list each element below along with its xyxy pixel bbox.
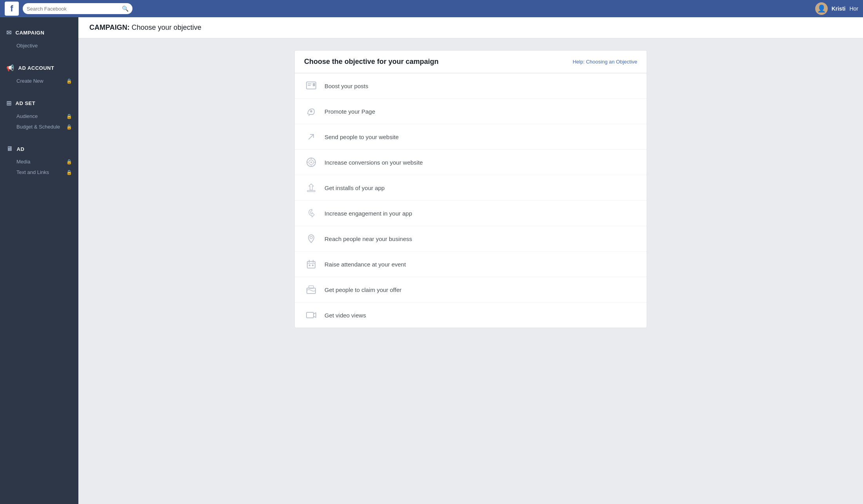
text-links-label: Text and Links <box>16 169 49 175</box>
objective-item-boost-posts[interactable]: Boost your posts <box>295 73 647 99</box>
nav-more: Hor <box>849 5 858 12</box>
lock-icon-budget: 🔒 <box>66 124 72 130</box>
sidebar-section-header-ad-account: 📢 AD ACCOUNT <box>0 60 78 76</box>
sidebar-item-audience[interactable]: Audience 🔒 <box>0 111 78 121</box>
svg-rect-2 <box>308 85 311 86</box>
video-views-label: Get video views <box>325 312 366 319</box>
media-label: Media <box>16 159 30 165</box>
app-engagement-icon <box>304 206 318 220</box>
objective-item-raise-attendance[interactable]: Raise attendance at your event <box>295 252 647 277</box>
svg-rect-3 <box>313 83 315 86</box>
user-name: Kristi <box>832 5 846 12</box>
campaign-icon: ✉ <box>6 29 12 36</box>
send-website-icon <box>304 130 318 144</box>
objective-card-title: Choose the objective for your campaign <box>304 58 439 66</box>
svg-rect-1 <box>308 83 312 84</box>
sidebar-item-budget-schedule[interactable]: Budget & Schedule 🔒 <box>0 121 78 132</box>
content-area: Choose the objective for your campaign H… <box>78 38 863 504</box>
reach-local-icon <box>304 232 318 246</box>
ad-set-label: AD SET <box>16 100 36 106</box>
objective-item-promote-page[interactable]: Promote your Page <box>295 99 647 124</box>
svg-rect-22 <box>306 312 314 318</box>
search-bar[interactable]: 🔍 <box>23 3 132 14</box>
svg-rect-19 <box>312 265 314 266</box>
objective-item-send-website[interactable]: Send people to your website <box>295 124 647 150</box>
svg-rect-18 <box>309 265 310 266</box>
create-new-label: Create New <box>16 78 44 84</box>
sidebar-item-media[interactable]: Media 🔒 <box>0 156 78 167</box>
layout: ✉ CAMPAIGN Objective 📢 AD ACCOUNT Create… <box>0 17 863 504</box>
boost-posts-label: Boost your posts <box>325 83 368 89</box>
ad-icon: 🖥 <box>6 145 13 152</box>
svg-rect-20 <box>307 288 315 294</box>
objective-item-app-engagement[interactable]: Increase engagement in your app <box>295 201 647 226</box>
objective-item-app-installs[interactable]: Get installs of your app <box>295 175 647 201</box>
sidebar-section-ad-set: ⊞ AD SET Audience 🔒 Budget & Schedule 🔒 <box>0 96 78 132</box>
ad-account-label: AD ACCOUNT <box>18 65 54 71</box>
sidebar-section-ad: 🖥 AD Media 🔒 Text and Links 🔒 <box>0 141 78 178</box>
sidebar-item-objective[interactable]: Objective <box>0 40 78 51</box>
objective-card-header: Choose the objective for your campaign H… <box>295 51 647 73</box>
budget-schedule-label: Budget & Schedule <box>16 124 60 130</box>
app-engagement-label: Increase engagement in your app <box>325 210 412 217</box>
svg-point-13 <box>310 236 312 239</box>
sidebar-item-create-new[interactable]: Create New 🔒 <box>0 76 78 86</box>
claim-offer-icon <box>304 283 318 297</box>
sidebar-item-text-links[interactable]: Text and Links 🔒 <box>0 167 78 178</box>
reach-local-label: Reach people near your business <box>325 236 412 242</box>
boost-posts-icon <box>304 79 318 93</box>
app-installs-icon <box>304 181 318 195</box>
objective-item-increase-conversions[interactable]: Increase conversions on your website <box>295 150 647 175</box>
page-title: CAMPAIGN: Choose your objective <box>89 24 852 32</box>
increase-conversions-label: Increase conversions on your website <box>325 159 423 166</box>
raise-attendance-label: Raise attendance at your event <box>325 261 406 268</box>
objective-item-video-views[interactable]: Get video views <box>295 303 647 328</box>
sidebar-section-header-ad-set: ⊞ AD SET <box>0 96 78 111</box>
raise-attendance-icon <box>304 257 318 271</box>
promote-page-label: Promote your Page <box>325 108 375 115</box>
top-nav: f 🔍 👤 Kristi Hor <box>0 0 863 17</box>
sidebar: ✉ CAMPAIGN Objective 📢 AD ACCOUNT Create… <box>0 17 78 504</box>
claim-offer-label: Get people to claim your offer <box>325 286 402 293</box>
objective-list: Boost your posts Promote your Page <box>295 73 647 328</box>
page-header: CAMPAIGN: Choose your objective <box>78 17 863 38</box>
search-icon: 🔍 <box>122 5 129 12</box>
svg-point-4 <box>310 110 312 112</box>
lock-icon-create-new: 🔒 <box>66 78 72 84</box>
ad-set-icon: ⊞ <box>6 100 12 107</box>
sidebar-section-header-ad: 🖥 AD <box>0 141 78 156</box>
objective-item-claim-offer[interactable]: Get people to claim your offer <box>295 277 647 303</box>
sidebar-section-header-campaign: ✉ CAMPAIGN <box>0 25 78 40</box>
video-views-icon <box>304 308 318 322</box>
svg-rect-14 <box>307 261 315 268</box>
lock-icon-audience: 🔒 <box>66 114 72 119</box>
avatar: 👤 <box>815 2 828 15</box>
increase-conversions-icon <box>304 155 318 169</box>
objective-item-reach-local[interactable]: Reach people near your business <box>295 226 647 252</box>
audience-label: Audience <box>16 113 38 119</box>
lock-icon-text-links: 🔒 <box>66 170 72 175</box>
app-installs-label: Get installs of your app <box>325 185 384 191</box>
objective-label: Objective <box>16 43 38 49</box>
campaign-label: CAMPAIGN <box>16 30 45 36</box>
send-website-label: Send people to your website <box>325 134 399 140</box>
facebook-logo: f <box>5 2 19 16</box>
ad-label: AD <box>17 146 25 152</box>
search-input[interactable] <box>27 6 120 12</box>
main-content: CAMPAIGN: Choose your objective Choose t… <box>78 17 863 504</box>
promote-page-icon <box>304 104 318 118</box>
lock-icon-media: 🔒 <box>66 159 72 165</box>
objective-card: Choose the objective for your campaign H… <box>294 50 647 328</box>
help-link[interactable]: Help: Choosing an Objective <box>573 59 637 65</box>
sidebar-section-campaign: ✉ CAMPAIGN Objective <box>0 25 78 51</box>
svg-point-7 <box>310 161 312 163</box>
sidebar-section-ad-account: 📢 AD ACCOUNT Create New 🔒 <box>0 60 78 86</box>
ad-account-icon: 📢 <box>6 64 15 72</box>
nav-right: 👤 Kristi Hor <box>815 2 858 15</box>
svg-rect-12 <box>307 190 315 192</box>
